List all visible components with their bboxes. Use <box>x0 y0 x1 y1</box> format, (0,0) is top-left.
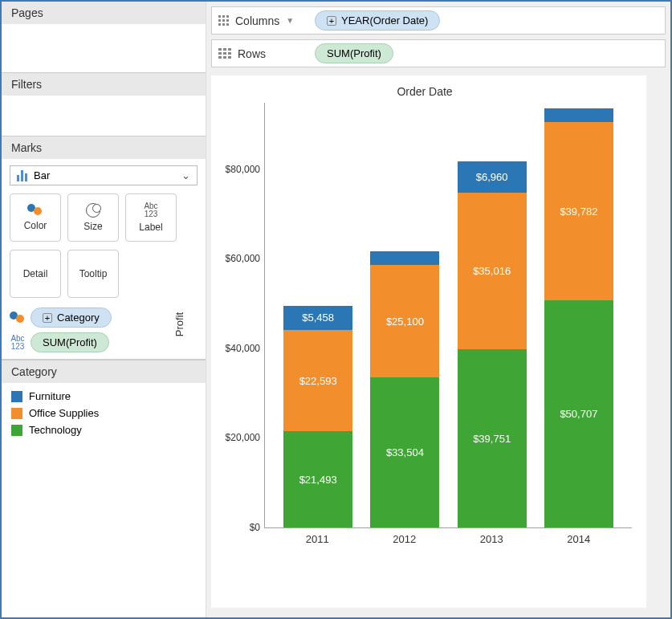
marks-header: Marks <box>2 136 206 159</box>
chevron-down-icon: ⌄ <box>181 169 190 181</box>
y-tick: $0 <box>218 522 260 533</box>
x-tick: 2013 <box>457 533 526 545</box>
bar-value-label: $33,504 <box>386 446 424 458</box>
y-axis-label: Profit <box>173 312 185 336</box>
bar-segment-office-supplies[interactable]: $35,016 <box>458 193 527 349</box>
bar-column[interactable]: $21,493$22,593$5,458 <box>283 306 352 527</box>
pages-header: Pages <box>2 2 206 24</box>
main-area: Columns ▼ + YEAR(Order Date) Rows SUM(Pr… <box>206 2 670 617</box>
bar-value-label: $21,493 <box>299 474 337 486</box>
x-axis-labels: 2011201220132014 <box>264 528 632 545</box>
x-tick: 2011 <box>283 533 352 545</box>
filters-shelf: Filters <box>2 73 206 136</box>
legend-swatch <box>11 425 22 436</box>
legend-swatch <box>11 408 22 419</box>
rows-pill[interactable]: SUM(Profit) <box>315 43 393 63</box>
bar-value-label: $6,960 <box>476 171 508 183</box>
bar-segment-technology[interactable]: $39,751 <box>458 349 527 527</box>
mark-type-selector[interactable]: Bar ⌄ <box>10 165 198 185</box>
bar-value-label: $25,100 <box>386 316 424 328</box>
chart-title: Order Date <box>218 85 632 98</box>
size-icon <box>86 203 100 218</box>
legend-item-technology[interactable]: Technology <box>11 421 196 438</box>
bar-value-label: $50,707 <box>560 408 597 420</box>
color-legend: Category Furniture Office Supplies Techn… <box>2 360 206 450</box>
filters-drop-zone[interactable] <box>2 96 206 136</box>
label-icon: Abc 123 <box>144 202 157 218</box>
legend-title: Category <box>2 360 206 383</box>
bars-container: $21,493$22,593$5,458$33,504$25,100$39,75… <box>265 103 632 527</box>
bar-chart-icon <box>17 170 27 181</box>
bar-segment-technology[interactable]: $33,504 <box>370 377 439 527</box>
bar-segment-office-supplies[interactable]: $25,100 <box>370 265 439 377</box>
bar-value-label: $39,782 <box>560 206 597 218</box>
bar-segment-technology[interactable]: $50,707 <box>544 300 613 527</box>
filters-header: Filters <box>2 73 206 96</box>
color-icon <box>27 204 43 217</box>
y-tick: $60,000 <box>218 253 260 264</box>
bar-segment-furniture[interactable]: $5,458 <box>283 306 352 330</box>
bar-value-label: $5,458 <box>302 312 334 324</box>
label-icon: Abc 123 <box>10 335 26 351</box>
expand-icon: + <box>327 16 336 26</box>
columns-pill[interactable]: + YEAR(Order Date) <box>315 10 440 31</box>
legend-item-office-supplies[interactable]: Office Supplies <box>11 405 196 421</box>
y-tick: $40,000 <box>218 343 260 354</box>
bar-value-label: $39,751 <box>473 433 511 445</box>
pages-drop-zone[interactable] <box>2 24 206 72</box>
bar-segment-technology[interactable]: $21,493 <box>283 431 352 527</box>
chevron-down-icon: ▼ <box>286 16 294 25</box>
legend-item-furniture[interactable]: Furniture <box>11 388 196 405</box>
bar-value-label: $22,593 <box>299 375 337 387</box>
bar-value-label: $35,016 <box>473 265 511 277</box>
y-tick: $20,000 <box>218 432 260 443</box>
chart-plot: $21,493$22,593$5,458$33,504$25,100$39,75… <box>264 103 632 528</box>
label-pill-sum-profit[interactable]: SUM(Profit) <box>31 332 109 352</box>
viz-area: Order Date Profit $21,493$22,593$5,458$3… <box>211 75 646 608</box>
columns-icon <box>218 15 229 26</box>
pages-shelf: Pages <box>2 2 206 73</box>
bar-segment-furniture[interactable] <box>544 108 613 122</box>
bar-column[interactable]: $50,707$39,782 <box>544 108 613 527</box>
bar-segment-furniture[interactable]: $6,960 <box>458 161 527 193</box>
bar-segment-office-supplies[interactable]: $39,782 <box>544 122 613 300</box>
tooltip-card[interactable]: Tooltip <box>67 250 119 298</box>
color-icon <box>10 312 26 324</box>
label-card[interactable]: Abc 123 Label <box>125 193 177 242</box>
x-tick: 2014 <box>544 533 613 545</box>
bar-segment-office-supplies[interactable]: $22,593 <box>283 330 352 431</box>
sidebar: Pages Filters Marks Bar ⌄ Co <box>2 2 206 617</box>
size-card[interactable]: Size <box>67 193 119 242</box>
color-pill-category[interactable]: + Category <box>31 307 112 328</box>
columns-shelf[interactable]: Columns ▼ + YEAR(Order Date) <box>211 6 666 35</box>
rows-shelf[interactable]: Rows SUM(Profit) <box>211 39 666 67</box>
rows-icon <box>218 48 231 59</box>
expand-icon: + <box>43 313 52 323</box>
color-card[interactable]: Color <box>10 193 61 242</box>
detail-card[interactable]: Detail <box>10 250 61 298</box>
legend-swatch <box>11 391 22 402</box>
x-tick: 2012 <box>370 533 439 545</box>
bar-segment-furniture[interactable] <box>370 251 439 265</box>
mark-type-value: Bar <box>34 169 50 181</box>
y-tick: $80,000 <box>218 164 260 175</box>
bar-column[interactable]: $39,751$35,016$6,960 <box>458 161 527 527</box>
bar-column[interactable]: $33,504$25,100 <box>370 251 439 527</box>
